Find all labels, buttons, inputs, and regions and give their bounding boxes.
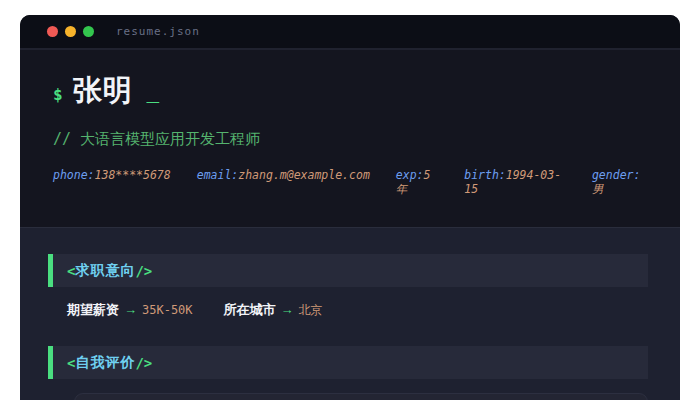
email-label: email: [197,168,239,182]
exp-label: exp: [396,168,424,182]
field-expected-salary: 期望薪资 → 35K-50K [67,301,193,319]
arrow-icon: → [281,302,294,317]
terminal-window: resume.json $ 张明 _ // 大语言模型应用开发工程师 phone… [20,15,680,400]
field-city: 所在城市 → 北京 [224,301,323,319]
open-bracket: < [67,355,75,371]
maximize-window-button[interactable] [83,26,94,37]
email-value: zhang.m@example.com [238,168,370,182]
phone-value: 138****5678 [95,168,171,182]
gender-label: gender: [592,168,640,182]
resume-body: <求职意向/> 期望薪资 → 35K-50K 所在城市 → 北京 <自我评价/>… [20,227,680,400]
arrow-icon: → [124,302,137,317]
resume-header: $ 张明 _ // 大语言模型应用开发工程师 phone:138****5678… [20,50,680,227]
city-label: 所在城市 [224,301,276,319]
candidate-name: 张明 [73,72,133,108]
contact-item-exp: exp:5年 [396,168,438,197]
gender-value: 男 [592,182,604,196]
expected-salary-label: 期望薪资 [67,301,119,319]
shell-prompt-symbol: $ [53,77,63,113]
section-title-job-intention: 求职意向 [75,262,135,280]
name-line: $ 张明 _ [53,72,647,113]
expected-salary-value: 35K-50K [142,303,193,317]
close-bracket: /> [135,355,152,371]
phone-label: phone: [53,168,95,182]
section-title-self-evaluation: 自我评价 [75,354,135,372]
contact-item-birth: birth:1994-03-15 [464,168,566,197]
close-window-button[interactable] [47,26,58,37]
window-titlebar: resume.json [20,15,680,50]
minimize-window-button[interactable] [65,26,76,37]
contact-info-row: phone:138****5678 email:zhang.m@example.… [53,168,647,197]
contact-item-email: email:zhang.m@example.com [197,168,370,197]
job-intention-fields: 期望薪资 → 35K-50K 所在城市 → 北京 [67,301,648,319]
contact-item-gender: gender:男 [592,168,647,197]
terminal-cursor: _ [147,75,159,111]
section-header-job-intention: <求职意向/> [48,254,648,287]
job-title-comment: // 大语言模型应用开发工程师 [53,130,647,149]
window-title: resume.json [116,25,200,38]
section-header-self-evaluation: <自我评价/> [48,346,648,379]
close-bracket: /> [135,263,152,279]
birth-label: birth: [464,168,506,182]
contact-item-phone: phone:138****5678 [53,168,171,197]
self-evaluation-card: 专注大语言模型应用开发5年，精通LangChain、LlamaIndex等主流框… [74,393,648,400]
city-value: 北京 [299,302,323,319]
